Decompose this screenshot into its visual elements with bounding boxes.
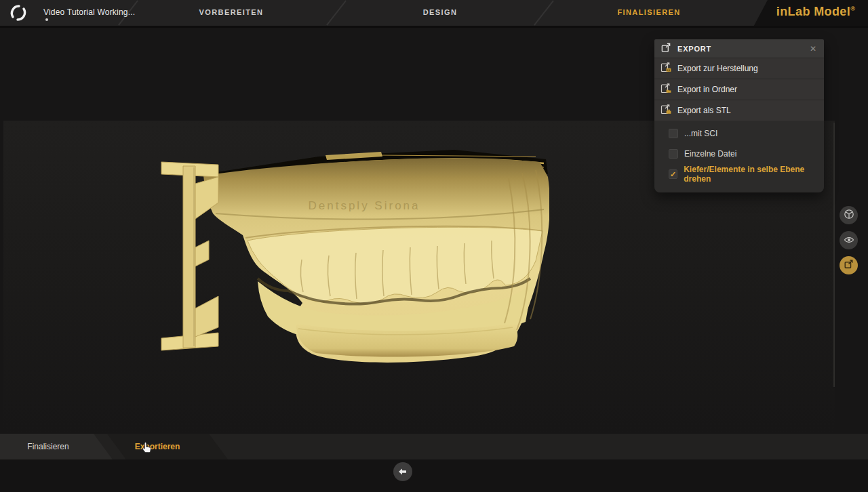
bottom-bar <box>0 459 868 492</box>
close-icon[interactable]: ✕ <box>808 44 818 54</box>
app-title: inLab Model® <box>776 5 855 19</box>
back-arrow-icon <box>399 466 407 478</box>
bottom-tab-finalisieren[interactable]: Finalisieren <box>0 434 115 459</box>
checkbox-box[interactable] <box>669 149 678 159</box>
trademark-symbol: ® <box>850 5 855 12</box>
export-item-label: Export als STL <box>677 106 731 115</box>
viewport-right-edge <box>833 123 835 387</box>
export-icon <box>660 42 671 55</box>
top-bar: Video Tutorial Working... VORBEREITEN DE… <box>0 0 868 26</box>
checkbox-mit-sci[interactable]: ...mit SCI <box>654 123 824 144</box>
articulator-bracket <box>161 162 218 350</box>
header-divider <box>534 0 554 25</box>
visibility-button[interactable] <box>840 231 858 249</box>
checkbox-kiefer-ebene[interactable]: ✓ Kiefer/Elemente in selbe Ebene drehen <box>654 164 824 184</box>
bottom-tab-strip: Finalisieren Exportieren <box>0 434 868 459</box>
phase-tab-finalisieren[interactable]: FINALISIEREN <box>617 8 680 16</box>
export-to-production-icon <box>660 62 672 75</box>
checkbox-label: ...mit SCI <box>684 129 717 138</box>
checkbox-label: Kiefer/Elemente in selbe Ebene drehen <box>684 165 824 184</box>
export-to-folder-icon <box>660 83 672 96</box>
export-to-folder-item[interactable]: Export in Ordner <box>654 79 824 100</box>
export-panel-header: EXPORT ✕ <box>654 39 824 58</box>
export-icon <box>844 259 854 272</box>
project-name[interactable]: Video Tutorial Working... <box>43 7 135 17</box>
check-icon: ✓ <box>670 171 676 178</box>
export-item-label: Export zur Herstellung <box>677 64 758 73</box>
project-modified-dot <box>45 18 48 21</box>
export-toggle-button[interactable] <box>840 256 858 274</box>
phase-tab-vorbereiten[interactable]: VORBEREITEN <box>199 8 264 16</box>
export-panel: EXPORT ✕ Export zur Herstellung Export i… <box>654 39 824 192</box>
checkbox-box[interactable]: ✓ <box>669 169 677 179</box>
export-to-production-item[interactable]: Export zur Herstellung <box>654 58 824 79</box>
export-options: ...mit SCI Einzelne Datei ✓ Kiefer/Eleme… <box>654 121 824 192</box>
phase-tab-design[interactable]: DESIGN <box>423 8 458 16</box>
model-engraving: Dentsply Sirona <box>308 199 420 212</box>
eye-icon <box>844 234 854 247</box>
view-cube-icon <box>844 209 854 222</box>
export-item-label: Export in Ordner <box>677 85 737 94</box>
bottom-tab-exportieren[interactable]: Exportieren <box>102 434 237 459</box>
dental-model-3d[interactable]: Dentsply Sirona <box>156 146 549 369</box>
sirona-logo[interactable] <box>9 3 28 22</box>
checkbox-einzelne-datei[interactable]: Einzelne Datei <box>654 144 824 164</box>
back-button[interactable] <box>393 462 412 481</box>
checkbox-label: Einzelne Datei <box>684 149 736 159</box>
export-as-stl-item[interactable]: Export als STL <box>654 100 824 121</box>
checkbox-box[interactable] <box>669 129 678 138</box>
header-divider <box>326 0 347 25</box>
export-as-stl-icon <box>660 104 672 117</box>
export-panel-title: EXPORT <box>677 45 808 53</box>
view-orientation-button[interactable] <box>840 206 858 224</box>
